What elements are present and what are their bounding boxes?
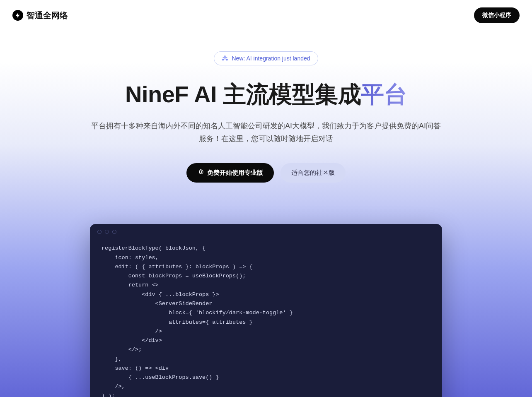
hero-subtitle: 平台拥有十多种来自海内外不同的知名人工智能公司研发的AI大模型，我们致力于为客户…: [90, 120, 442, 145]
window-dot-icon: [105, 230, 109, 234]
window-titlebar: [90, 224, 442, 240]
hero-title: NineF AI 主流模型集成平台: [88, 80, 444, 108]
hero-section: New: AI integration just landed NineF AI…: [80, 31, 452, 199]
window-dot-icon: [112, 230, 116, 234]
window-dot-icon: [97, 230, 102, 234]
community-button[interactable]: 适合您的社区版: [281, 163, 346, 183]
title-main: NineF AI 主流模型集成: [125, 81, 361, 107]
announcement-badge[interactable]: New: AI integration just landed: [214, 51, 318, 65]
start-pro-button[interactable]: 免费开始使用专业版: [186, 163, 274, 183]
logo-text: 智通全网络: [27, 10, 68, 21]
badge-text: New: AI integration just landed: [232, 55, 310, 62]
code-window: registerBlockType( blockJson, { icon: st…: [90, 224, 442, 397]
sparkle-icon: [222, 55, 228, 62]
wechat-miniprogram-button[interactable]: 微信小程序: [474, 7, 520, 23]
primary-btn-label: 免费开始使用专业版: [207, 169, 263, 177]
code-snippet: registerBlockType( blockJson, { icon: st…: [90, 240, 442, 397]
site-header: 智通全网络 微信小程序: [0, 0, 532, 31]
fire-icon: [197, 169, 204, 177]
logo[interactable]: 智通全网络: [12, 10, 68, 21]
bolt-icon: [12, 10, 23, 21]
cta-row: 免费开始使用专业版 适合您的社区版: [88, 163, 444, 183]
title-accent: 平台: [361, 81, 407, 107]
